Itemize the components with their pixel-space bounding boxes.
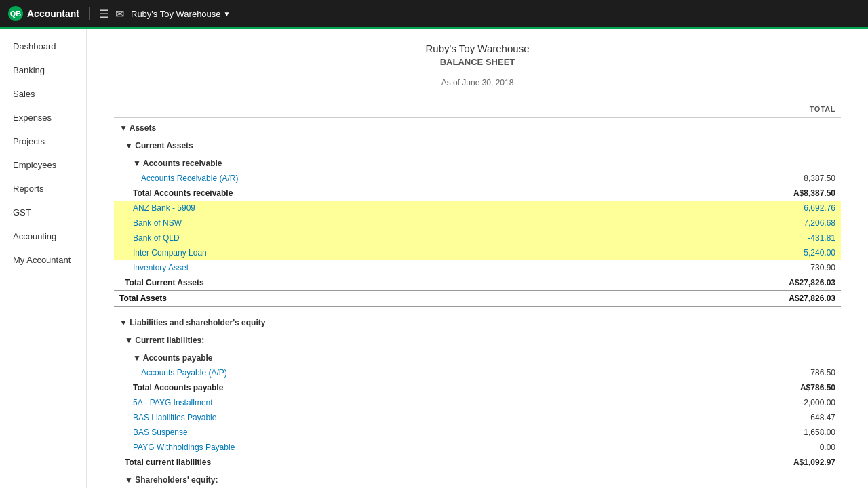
table-row: ▼ Liabilities and shareholder's equity bbox=[114, 312, 841, 330]
table-row: Inter Company Loan5,240.00 bbox=[114, 245, 841, 260]
table-row: Accounts Receivable (A/R)8,387.50 bbox=[114, 171, 841, 186]
table-row: ▼ Shareholders' equity: bbox=[114, 470, 841, 487]
table-row: PAYG Withholdings Payable0.00 bbox=[114, 440, 841, 455]
table-row: 5A - PAYG Installment-2,000.00 bbox=[114, 395, 841, 410]
report-title: BALANCE SHEET bbox=[114, 57, 841, 67]
top-nav: QB Accountant ☰ ✉ Ruby's Toy Warehouse ▼ bbox=[0, 0, 868, 27]
table-row: Total Current AssetsA$27,826.03 bbox=[114, 275, 841, 291]
table-row: Total Accounts payableA$786.50 bbox=[114, 380, 841, 395]
sidebar-item-dashboard[interactable]: Dashboard bbox=[0, 35, 86, 58]
main-content: Ruby's Toy Warehouse BALANCE SHEET As of… bbox=[87, 29, 868, 488]
messages-icon[interactable]: ✉ bbox=[115, 7, 124, 20]
sidebar-item-projects[interactable]: Projects bbox=[0, 129, 86, 153]
table-row: Total AssetsA$27,826.03 bbox=[114, 291, 841, 307]
table-row: ▼ Assets bbox=[114, 118, 841, 136]
sidebar: Dashboard Banking Sales Expenses Project… bbox=[0, 29, 87, 488]
table-row: ▼ Current Assets bbox=[114, 136, 841, 153]
table-row: ANZ Bank - 59096,692.76 bbox=[114, 201, 841, 216]
sidebar-item-expenses[interactable]: Expenses bbox=[0, 106, 86, 129]
table-row: Inventory Asset730.90 bbox=[114, 260, 841, 275]
main-layout: Dashboard Banking Sales Expenses Project… bbox=[0, 29, 868, 488]
table-row: ▼ Accounts payable bbox=[114, 348, 841, 365]
table-row: Total current liabilitiesA$1,092.97 bbox=[114, 455, 841, 470]
qb-icon: QB bbox=[8, 6, 23, 21]
company-name: Ruby's Toy Warehouse bbox=[131, 9, 221, 19]
table-row: Bank of QLD-431.81 bbox=[114, 230, 841, 245]
report-company-name: Ruby's Toy Warehouse bbox=[114, 43, 841, 54]
column-total-header: TOTAL bbox=[646, 101, 841, 118]
table-row: ▼ Current liabilities: bbox=[114, 330, 841, 348]
hamburger-menu-icon[interactable]: ☰ bbox=[99, 7, 108, 20]
sidebar-item-banking[interactable]: Banking bbox=[0, 58, 86, 82]
app-logo[interactable]: QB Accountant bbox=[8, 6, 79, 21]
company-selector[interactable]: Ruby's Toy Warehouse ▼ bbox=[131, 9, 230, 19]
sidebar-item-accounting[interactable]: Accounting bbox=[0, 224, 86, 248]
table-header: TOTAL bbox=[114, 101, 841, 118]
report-date: As of June 30, 2018 bbox=[114, 78, 841, 87]
table-row: Total Accounts receivableA$8,387.50 bbox=[114, 186, 841, 201]
balance-sheet-table: TOTAL ▼ Assets▼ Current Assets▼ Accounts… bbox=[114, 101, 841, 488]
table-row: Accounts Payable (A/P)786.50 bbox=[114, 365, 841, 380]
nav-divider bbox=[89, 7, 90, 20]
sidebar-item-sales[interactable]: Sales bbox=[0, 82, 86, 106]
table-row: ▼ Accounts receivable bbox=[114, 153, 841, 171]
dropdown-arrow-icon: ▼ bbox=[224, 10, 231, 18]
column-label-header bbox=[114, 101, 646, 118]
app-name: Accountant bbox=[27, 8, 79, 19]
table-row: Bank of NSW7,206.68 bbox=[114, 216, 841, 230]
sidebar-item-reports[interactable]: Reports bbox=[0, 177, 86, 201]
sidebar-item-my-accountant[interactable]: My Accountant bbox=[0, 248, 86, 272]
sidebar-item-employees[interactable]: Employees bbox=[0, 153, 86, 177]
table-row: BAS Liabilities Payable648.47 bbox=[114, 410, 841, 425]
table-row: BAS Suspense1,658.00 bbox=[114, 425, 841, 440]
sidebar-item-gst[interactable]: GST bbox=[0, 201, 86, 224]
